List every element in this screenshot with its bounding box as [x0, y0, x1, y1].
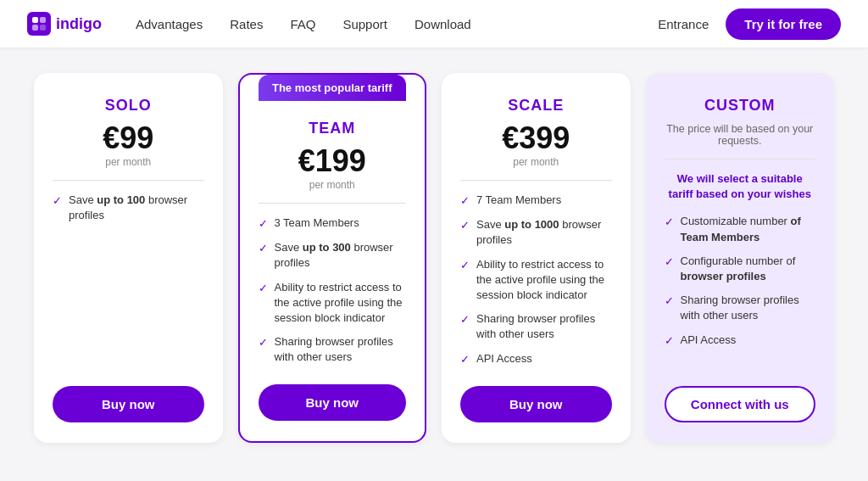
list-item: ✓ Ability to restrict access to the acti…	[259, 280, 407, 327]
solo-buy-button[interactable]: Buy now	[53, 386, 204, 422]
list-item: ✓ API Access	[460, 351, 612, 367]
custom-features: ✓ Customizable number of Team Members ✓ …	[665, 214, 816, 366]
list-item: ✓ Sharing browser profiles with other us…	[665, 293, 816, 323]
team-plan-price: €199	[259, 146, 407, 176]
check-icon: ✓	[665, 333, 674, 349]
header: indigo Advantages Rates FAQ Support Down…	[0, 0, 868, 48]
solo-plan-price: €99	[53, 123, 204, 154]
check-icon: ✓	[259, 241, 268, 256]
custom-highlight: We will select a suitable tariff based o…	[665, 171, 816, 202]
svg-rect-1	[40, 17, 46, 23]
check-icon: ✓	[665, 294, 674, 309]
svg-rect-3	[40, 25, 46, 31]
scale-features: ✓ 7 Team Members ✓ Save up to 1000 brows…	[460, 193, 612, 367]
list-item: ✓ Customizable number of Team Members	[665, 214, 816, 244]
check-icon: ✓	[460, 218, 470, 233]
svg-rect-0	[32, 17, 38, 23]
nav-support[interactable]: Support	[342, 17, 387, 31]
team-plan-name: TEAM	[259, 120, 407, 137]
team-price-period: per month	[259, 179, 407, 191]
solo-plan-name: SOLO	[53, 97, 204, 115]
list-item: ✓ 7 Team Members	[460, 193, 612, 209]
list-item: ✓ API Access	[665, 333, 816, 349]
team-features: ✓ 3 Team Members ✓ Save up to 300 browse…	[259, 215, 407, 366]
try-free-button[interactable]: Try it for free	[726, 8, 841, 40]
list-item: ✓ Configurable number of browser profile…	[665, 254, 816, 284]
check-icon: ✓	[460, 312, 470, 327]
main-nav: Advantages Rates FAQ Support Download	[136, 17, 658, 31]
check-icon: ✓	[460, 258, 470, 273]
logo-text: indigo	[56, 15, 102, 33]
scale-price-period: per month	[460, 156, 612, 168]
plan-team: The most popular tariff TEAM €199 per mo…	[238, 73, 427, 443]
list-item: ✓ Save up to 100 browser profiles	[53, 193, 204, 223]
nav-advantages[interactable]: Advantages	[136, 17, 203, 31]
scale-buy-button[interactable]: Buy now	[460, 386, 612, 422]
plan-solo: SOLO €99 per month ✓ Save up to 100 brow…	[34, 73, 223, 443]
solo-features: ✓ Save up to 100 browser profiles	[53, 193, 204, 367]
check-icon: ✓	[665, 215, 674, 230]
plan-custom: CUSTOM The price will be based on your r…	[646, 73, 835, 443]
check-icon: ✓	[460, 193, 470, 209]
svg-rect-2	[32, 25, 38, 31]
connect-with-us-button[interactable]: Connect with us	[665, 386, 816, 422]
logo[interactable]: indigo	[27, 12, 102, 36]
logo-icon	[27, 12, 51, 36]
list-item: ✓ Save up to 300 browser profiles	[259, 240, 407, 271]
entrance-button[interactable]: Entrance	[658, 17, 709, 31]
nav-download[interactable]: Download	[415, 17, 471, 31]
check-icon: ✓	[460, 352, 470, 367]
solo-price-period: per month	[53, 156, 204, 168]
scale-plan-price: €399	[460, 123, 612, 154]
custom-price-note: The price will be based on your requests…	[665, 123, 816, 147]
team-buy-button[interactable]: Buy now	[259, 384, 407, 421]
check-icon: ✓	[259, 335, 268, 350]
plans-grid: SOLO €99 per month ✓ Save up to 100 brow…	[34, 73, 834, 443]
check-icon: ✓	[259, 281, 268, 296]
main-content: SOLO €99 per month ✓ Save up to 100 brow…	[0, 48, 868, 477]
list-item: ✓ 3 Team Members	[259, 215, 407, 232]
nav-rates[interactable]: Rates	[230, 17, 263, 31]
custom-plan-name: CUSTOM	[665, 97, 816, 115]
list-item: ✓ Sharing browser profiles with other us…	[460, 311, 612, 342]
check-icon: ✓	[259, 216, 268, 232]
list-item: ✓ Save up to 1000 browser profiles	[460, 217, 612, 248]
list-item: ✓ Ability to restrict access to the acti…	[460, 257, 612, 304]
list-item: ✓ Sharing browser profiles with other us…	[259, 334, 407, 365]
plan-scale: SCALE €399 per month ✓ 7 Team Members ✓ …	[442, 73, 631, 443]
popular-badge: The most popular tariff	[259, 75, 407, 101]
check-icon: ✓	[53, 193, 62, 209]
header-actions: Entrance Try it for free	[658, 8, 841, 40]
nav-faq[interactable]: FAQ	[290, 17, 315, 31]
check-icon: ✓	[665, 254, 674, 270]
scale-plan-name: SCALE	[460, 97, 612, 115]
